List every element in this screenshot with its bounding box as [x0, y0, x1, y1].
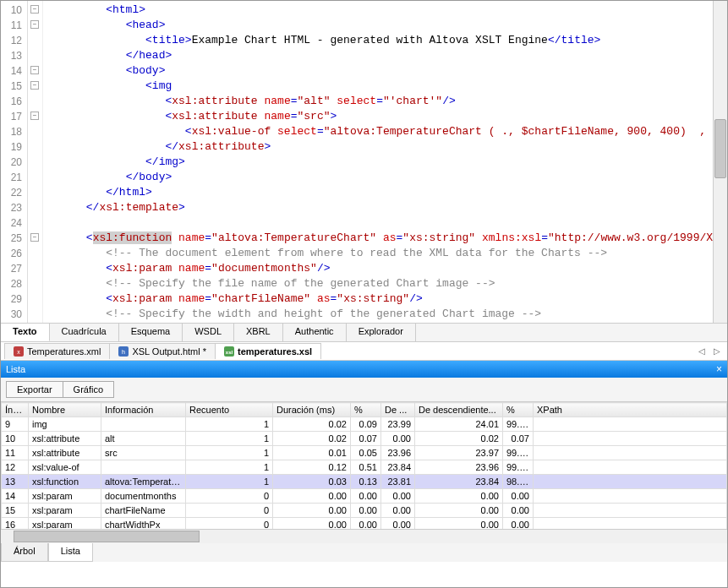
file-tab-label: temperatures.xsl	[238, 346, 312, 357]
svg-text:x: x	[17, 349, 20, 355]
col-de-desc[interactable]: De descendiente...	[415, 403, 503, 417]
table-header-row: Índice Nombre Información Recuento Durac…	[2, 403, 727, 417]
col-xpath[interactable]: XPath	[534, 403, 727, 417]
fold-toggle-icon[interactable]: −	[30, 5, 39, 14]
file-tab-label: Temperatures.xml	[27, 346, 101, 357]
html-file-icon: h	[118, 346, 129, 357]
lista-title: Lista	[6, 364, 25, 374]
file-tab-temperatures-xml[interactable]: x Temperatures.xml	[4, 343, 110, 359]
tab-arbol[interactable]: Árbol	[1, 543, 48, 562]
fold-toggle-icon[interactable]: −	[30, 112, 39, 120]
profiler-bottom-tabs: Árbol Lista	[1, 543, 727, 562]
table-row[interactable]: 16xsl:paramchartWidthPx00.000.000.000.00…	[2, 518, 727, 530]
col-pct2[interactable]: %	[503, 403, 534, 417]
profiler-table-wrap: Índice Nombre Información Recuento Durac…	[1, 402, 727, 529]
file-tab-nav: ◁ ▷	[695, 346, 727, 356]
xsl-file-icon: xsl	[224, 346, 234, 357]
tab-cuadricula[interactable]: Cuadrícula	[50, 324, 119, 341]
exportar-button[interactable]: Exportar	[6, 381, 63, 398]
table-row[interactable]: 11xsl:attributesrc10.010.0523.9623.9799.…	[2, 446, 727, 460]
col-de[interactable]: De ...	[381, 403, 415, 417]
code-area[interactable]: <html> <head> <title>Example Chart HTML …	[43, 1, 713, 323]
grafico-button[interactable]: Gráfico	[63, 381, 114, 398]
col-duracion[interactable]: Duración (ms)	[273, 403, 351, 417]
col-recuento[interactable]: Recuento	[186, 403, 273, 417]
horizontal-scroll-thumb[interactable]	[14, 531, 200, 542]
fold-toggle-icon[interactable]: −	[30, 81, 39, 90]
table-row[interactable]: 10xsl:attributealt10.020.070.000.020.07	[2, 432, 727, 446]
col-indice[interactable]: Índice	[2, 403, 29, 417]
fold-toggle-icon[interactable]: −	[30, 66, 39, 74]
tab-texto[interactable]: Texto	[1, 324, 50, 341]
table-row[interactable]: 9img10.020.0923.9924.0199.62	[2, 417, 727, 432]
fold-toggle-icon[interactable]: −	[30, 233, 39, 242]
vertical-scroll-thumb[interactable]	[714, 119, 726, 178]
tab-xbrl[interactable]: XBRL	[234, 324, 283, 341]
prev-tab-icon[interactable]: ◁	[695, 346, 709, 356]
table-row[interactable]: 12xsl:value-of10.120.5123.8423.9699.42	[2, 460, 727, 475]
lista-panel-header: Lista ×	[1, 361, 727, 378]
table-row[interactable]: 14xsl:paramdocumentmonths00.000.000.000.…	[2, 489, 727, 504]
tab-authentic[interactable]: Authentic	[283, 324, 347, 341]
tab-wsdl[interactable]: WSDL	[183, 324, 234, 341]
profiler-toolbar: Exportar Gráfico	[1, 378, 727, 402]
col-pct[interactable]: %	[351, 403, 381, 417]
line-number-gutter: 1011121314151617181920212223242526272829…	[1, 1, 28, 323]
file-tabs: x Temperatures.xml h XSL Output.html * x…	[1, 342, 727, 361]
svg-text:xsl: xsl	[226, 350, 233, 355]
fold-toggle-icon[interactable]: −	[30, 20, 39, 29]
code-editor: 1011121314151617181920212223242526272829…	[1, 1, 727, 324]
col-nombre[interactable]: Nombre	[29, 403, 101, 417]
table-row[interactable]: 15xsl:paramchartFileName00.000.000.000.0…	[2, 504, 727, 518]
file-tab-xsl-output[interactable]: h XSL Output.html *	[109, 343, 216, 359]
svg-text:h: h	[122, 349, 125, 355]
next-tab-icon[interactable]: ▷	[710, 346, 724, 356]
fold-column[interactable]: −−−−−−	[28, 1, 43, 323]
close-icon[interactable]: ×	[716, 363, 722, 375]
file-tab-label: XSL Output.html *	[132, 346, 206, 357]
col-informacion[interactable]: Información	[101, 403, 186, 417]
profiler-table[interactable]: Índice Nombre Información Recuento Durac…	[1, 402, 727, 529]
tab-lista[interactable]: Lista	[48, 543, 93, 562]
xml-file-icon: x	[14, 346, 24, 357]
vertical-scrollbar[interactable]	[713, 1, 727, 323]
tab-explorador[interactable]: Explorador	[347, 324, 416, 341]
tab-esquema[interactable]: Esquema	[119, 324, 183, 341]
horizontal-scrollbar[interactable]	[1, 529, 727, 543]
file-tab-temperatures-xsl[interactable]: xsl temperatures.xsl	[215, 343, 321, 359]
view-mode-tabs: Texto Cuadrícula Esquema WSDL XBRL Authe…	[1, 324, 727, 342]
table-row[interactable]: 13xsl:functionaltova:Temperatur...10.030…	[2, 475, 727, 489]
